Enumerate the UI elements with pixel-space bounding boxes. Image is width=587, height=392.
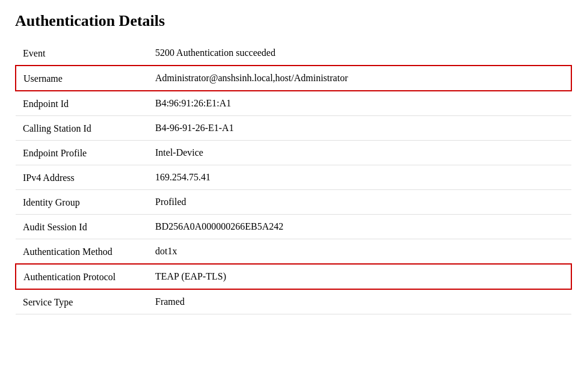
row-label: Audit Session Id xyxy=(16,215,148,239)
row-value: B4:96:91:26:E1:A1 xyxy=(148,91,571,116)
row-label: Calling Station Id xyxy=(16,116,148,141)
table-row: Event5200 Authentication succeeded xyxy=(16,41,571,66)
row-label: Identity Group xyxy=(16,190,148,215)
row-label: Authentication Method xyxy=(16,239,148,265)
page-title: Authentication Details xyxy=(15,12,572,30)
table-row: Service TypeFramed xyxy=(16,289,571,314)
row-label: Event xyxy=(16,41,148,66)
row-value: Framed xyxy=(148,289,571,314)
row-value: BD256A0A000000266EB5A242 xyxy=(148,215,571,239)
row-value: B4-96-91-26-E1-A1 xyxy=(148,116,571,141)
table-row: Identity GroupProfiled xyxy=(16,190,571,215)
row-label: Endpoint Id xyxy=(16,91,148,116)
table-row: Authentication ProtocolTEAP (EAP-TLS) xyxy=(16,264,571,289)
table-row: UsernameAdministrator@anshsinh.local,hos… xyxy=(16,66,571,91)
table-row: Audit Session IdBD256A0A000000266EB5A242 xyxy=(16,215,571,239)
row-value: 5200 Authentication succeeded xyxy=(148,41,571,66)
row-value: Profiled xyxy=(148,190,571,215)
row-label: Endpoint Profile xyxy=(16,141,148,165)
row-label: IPv4 Address xyxy=(16,165,148,190)
row-value: TEAP (EAP-TLS) xyxy=(148,264,571,289)
row-value: dot1x xyxy=(148,239,571,265)
table-row: Endpoint IdB4:96:91:26:E1:A1 xyxy=(16,91,571,116)
table-row: Authentication Methoddot1x xyxy=(16,239,571,265)
row-value: 169.254.75.41 xyxy=(148,165,571,190)
details-table: Event5200 Authentication succeededUserna… xyxy=(15,41,572,314)
table-row: IPv4 Address169.254.75.41 xyxy=(16,165,571,190)
table-row: Endpoint ProfileIntel-Device xyxy=(16,141,571,165)
row-label: Authentication Protocol xyxy=(16,264,148,289)
row-value: Intel-Device xyxy=(148,141,571,165)
row-label: Service Type xyxy=(16,289,148,314)
row-value: Administrator@anshsinh.local,host/Admini… xyxy=(148,66,571,91)
table-row: Calling Station IdB4-96-91-26-E1-A1 xyxy=(16,116,571,141)
row-label: Username xyxy=(16,66,148,91)
